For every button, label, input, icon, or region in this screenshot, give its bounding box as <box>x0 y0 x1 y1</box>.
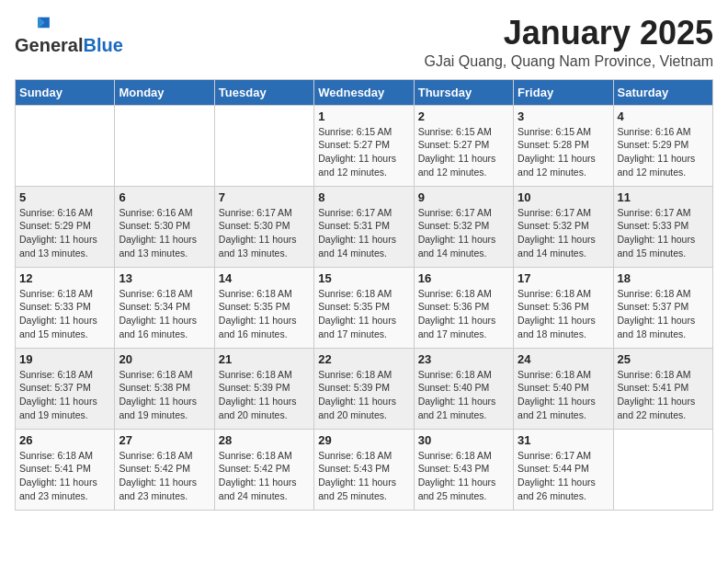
weekday-header-monday: Monday <box>115 79 214 105</box>
day-number: 25 <box>618 352 709 366</box>
calendar-cell: 2Sunrise: 6:15 AM Sunset: 5:27 PM Daylig… <box>414 105 513 186</box>
day-number: 24 <box>518 352 609 366</box>
day-number: 15 <box>318 271 409 285</box>
day-number: 16 <box>418 271 509 285</box>
day-info: Sunrise: 6:18 AM Sunset: 5:39 PM Dayligh… <box>318 368 409 422</box>
day-info: Sunrise: 6:15 AM Sunset: 5:27 PM Dayligh… <box>318 125 409 179</box>
day-number: 30 <box>418 433 509 447</box>
day-info: Sunrise: 6:18 AM Sunset: 5:40 PM Dayligh… <box>418 368 509 422</box>
calendar-cell: 16Sunrise: 6:18 AM Sunset: 5:36 PM Dayli… <box>414 267 513 348</box>
calendar-cell: 17Sunrise: 6:18 AM Sunset: 5:36 PM Dayli… <box>514 267 613 348</box>
day-number: 21 <box>219 352 310 366</box>
calendar-week-2: 5Sunrise: 6:16 AM Sunset: 5:29 PM Daylig… <box>16 186 713 267</box>
page-header: General Blue January 2025 GJai Quang, Qu… <box>15 15 713 70</box>
day-info: Sunrise: 6:15 AM Sunset: 5:27 PM Dayligh… <box>418 125 509 179</box>
day-number: 22 <box>318 352 409 366</box>
calendar-cell: 1Sunrise: 6:15 AM Sunset: 5:27 PM Daylig… <box>314 105 414 186</box>
day-number: 19 <box>19 352 110 366</box>
day-info: Sunrise: 6:18 AM Sunset: 5:35 PM Dayligh… <box>219 287 310 341</box>
day-info: Sunrise: 6:17 AM Sunset: 5:30 PM Dayligh… <box>219 206 310 260</box>
day-number: 18 <box>618 271 709 285</box>
day-info: Sunrise: 6:18 AM Sunset: 5:41 PM Dayligh… <box>19 449 110 503</box>
day-number: 31 <box>518 433 609 447</box>
calendar-cell <box>613 429 712 510</box>
weekday-header-wednesday: Wednesday <box>314 79 414 105</box>
day-number: 13 <box>119 271 210 285</box>
weekday-header-row: SundayMondayTuesdayWednesdayThursdayFrid… <box>16 79 713 105</box>
day-info: Sunrise: 6:18 AM Sunset: 5:37 PM Dayligh… <box>19 368 110 422</box>
logo-general: General <box>15 35 83 56</box>
day-info: Sunrise: 6:18 AM Sunset: 5:36 PM Dayligh… <box>418 287 509 341</box>
day-info: Sunrise: 6:18 AM Sunset: 5:33 PM Dayligh… <box>19 287 110 341</box>
day-info: Sunrise: 6:18 AM Sunset: 5:42 PM Dayligh… <box>219 449 310 503</box>
day-number: 5 <box>19 190 110 204</box>
day-number: 11 <box>618 190 709 204</box>
day-number: 27 <box>119 433 210 447</box>
weekday-header-sunday: Sunday <box>16 79 115 105</box>
calendar-week-5: 26Sunrise: 6:18 AM Sunset: 5:41 PM Dayli… <box>16 429 713 510</box>
calendar-cell <box>16 105 115 186</box>
calendar-cell: 26Sunrise: 6:18 AM Sunset: 5:41 PM Dayli… <box>16 429 115 510</box>
calendar-cell: 5Sunrise: 6:16 AM Sunset: 5:29 PM Daylig… <box>16 186 115 267</box>
calendar-cell <box>214 105 313 186</box>
day-number: 28 <box>219 433 310 447</box>
calendar-cell: 20Sunrise: 6:18 AM Sunset: 5:38 PM Dayli… <box>115 348 214 429</box>
day-info: Sunrise: 6:17 AM Sunset: 5:31 PM Dayligh… <box>318 206 409 260</box>
calendar-cell <box>115 105 214 186</box>
calendar-cell: 11Sunrise: 6:17 AM Sunset: 5:33 PM Dayli… <box>613 186 712 267</box>
calendar-cell: 21Sunrise: 6:18 AM Sunset: 5:39 PM Dayli… <box>214 348 313 429</box>
day-number: 14 <box>219 271 310 285</box>
day-info: Sunrise: 6:18 AM Sunset: 5:35 PM Dayligh… <box>318 287 409 341</box>
calendar-table: SundayMondayTuesdayWednesdayThursdayFrid… <box>15 79 713 511</box>
calendar-cell: 23Sunrise: 6:18 AM Sunset: 5:40 PM Dayli… <box>414 348 513 429</box>
day-info: Sunrise: 6:18 AM Sunset: 5:39 PM Dayligh… <box>219 368 310 422</box>
day-number: 4 <box>618 109 709 123</box>
day-number: 3 <box>518 109 609 123</box>
day-number: 10 <box>518 190 609 204</box>
calendar-cell: 14Sunrise: 6:18 AM Sunset: 5:35 PM Dayli… <box>214 267 313 348</box>
day-info: Sunrise: 6:16 AM Sunset: 5:29 PM Dayligh… <box>618 125 709 179</box>
day-info: Sunrise: 6:15 AM Sunset: 5:28 PM Dayligh… <box>518 125 609 179</box>
day-number: 26 <box>19 433 110 447</box>
day-info: Sunrise: 6:17 AM Sunset: 5:44 PM Dayligh… <box>518 449 609 503</box>
day-info: Sunrise: 6:17 AM Sunset: 5:33 PM Dayligh… <box>618 206 709 260</box>
calendar-week-1: 1Sunrise: 6:15 AM Sunset: 5:27 PM Daylig… <box>16 105 713 186</box>
calendar-cell: 19Sunrise: 6:18 AM Sunset: 5:37 PM Dayli… <box>16 348 115 429</box>
day-info: Sunrise: 6:18 AM Sunset: 5:37 PM Dayligh… <box>618 287 709 341</box>
calendar-cell: 15Sunrise: 6:18 AM Sunset: 5:35 PM Dayli… <box>314 267 414 348</box>
day-info: Sunrise: 6:18 AM Sunset: 5:38 PM Dayligh… <box>119 368 210 422</box>
day-number: 2 <box>418 109 509 123</box>
title-block: January 2025 GJai Quang, Quang Nam Provi… <box>424 15 713 70</box>
day-number: 7 <box>219 190 310 204</box>
day-info: Sunrise: 6:16 AM Sunset: 5:29 PM Dayligh… <box>19 206 110 260</box>
day-number: 1 <box>318 109 409 123</box>
calendar-cell: 6Sunrise: 6:16 AM Sunset: 5:30 PM Daylig… <box>115 186 214 267</box>
calendar-cell: 28Sunrise: 6:18 AM Sunset: 5:42 PM Dayli… <box>214 429 313 510</box>
weekday-header-tuesday: Tuesday <box>214 79 313 105</box>
calendar-cell: 29Sunrise: 6:18 AM Sunset: 5:43 PM Dayli… <box>314 429 414 510</box>
calendar-cell: 9Sunrise: 6:17 AM Sunset: 5:32 PM Daylig… <box>414 186 513 267</box>
calendar-cell: 10Sunrise: 6:17 AM Sunset: 5:32 PM Dayli… <box>514 186 613 267</box>
day-info: Sunrise: 6:18 AM Sunset: 5:43 PM Dayligh… <box>318 449 409 503</box>
day-number: 12 <box>19 271 110 285</box>
month-title: January 2025 <box>424 15 713 52</box>
day-number: 20 <box>119 352 210 366</box>
calendar-cell: 8Sunrise: 6:17 AM Sunset: 5:31 PM Daylig… <box>314 186 414 267</box>
weekday-header-thursday: Thursday <box>414 79 513 105</box>
logo: General Blue <box>15 15 123 56</box>
day-info: Sunrise: 6:18 AM Sunset: 5:36 PM Dayligh… <box>518 287 609 341</box>
day-info: Sunrise: 6:18 AM Sunset: 5:41 PM Dayligh… <box>618 368 709 422</box>
weekday-header-friday: Friday <box>514 79 613 105</box>
calendar-cell: 7Sunrise: 6:17 AM Sunset: 5:30 PM Daylig… <box>214 186 313 267</box>
day-info: Sunrise: 6:18 AM Sunset: 5:40 PM Dayligh… <box>518 368 609 422</box>
calendar-week-4: 19Sunrise: 6:18 AM Sunset: 5:37 PM Dayli… <box>16 348 713 429</box>
logo-blue: Blue <box>83 35 122 56</box>
day-info: Sunrise: 6:17 AM Sunset: 5:32 PM Dayligh… <box>518 206 609 260</box>
calendar-cell: 3Sunrise: 6:15 AM Sunset: 5:28 PM Daylig… <box>514 105 613 186</box>
day-info: Sunrise: 6:16 AM Sunset: 5:30 PM Dayligh… <box>119 206 210 260</box>
calendar-cell: 13Sunrise: 6:18 AM Sunset: 5:34 PM Dayli… <box>115 267 214 348</box>
weekday-header-saturday: Saturday <box>613 79 712 105</box>
calendar-cell: 22Sunrise: 6:18 AM Sunset: 5:39 PM Dayli… <box>314 348 414 429</box>
day-info: Sunrise: 6:18 AM Sunset: 5:34 PM Dayligh… <box>119 287 210 341</box>
calendar-cell: 27Sunrise: 6:18 AM Sunset: 5:42 PM Dayli… <box>115 429 214 510</box>
